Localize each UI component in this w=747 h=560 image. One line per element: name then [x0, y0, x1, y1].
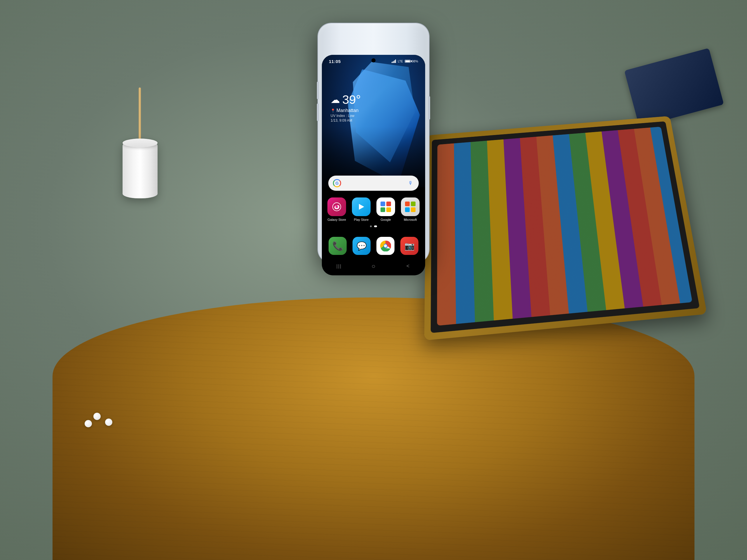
- front-camera: [371, 58, 376, 62]
- phone-screen: 11:05 LTE 98% ☁ 39°: [322, 55, 425, 275]
- google-grid: [381, 202, 391, 212]
- google-app[interactable]: Google: [377, 197, 395, 221]
- backgammon-board: [424, 116, 707, 340]
- microsoft-app[interactable]: Microsoft: [401, 197, 420, 221]
- microsoft-label: Microsoft: [404, 218, 417, 221]
- phone-app-icon[interactable]: 📞: [329, 237, 347, 255]
- microsoft-icon[interactable]: [401, 197, 420, 216]
- google-icon[interactable]: [377, 197, 395, 216]
- svg-point-5: [384, 244, 387, 247]
- wooden-table: [53, 297, 694, 560]
- phone-body: 11:05 LTE 98% ☁ 39°: [318, 23, 429, 263]
- google-red: [386, 202, 391, 206]
- google-label: Google: [381, 218, 391, 221]
- lamp-base: [123, 140, 158, 198]
- galaxy-store-icon[interactable]: [327, 197, 346, 216]
- signal-icon: [392, 59, 396, 63]
- galaxy-store-label: Galaxy Store: [327, 218, 346, 221]
- recents-button[interactable]: |||: [332, 262, 346, 271]
- camera-app[interactable]: 📷: [400, 237, 418, 255]
- lamp-top: [123, 138, 158, 147]
- weather-widget: ☁ 39° 📍 Manhattan UV Index : Low 1/13, 9…: [331, 93, 361, 123]
- ms-green: [411, 202, 415, 206]
- app-row: Galaxy Store Play Store: [327, 197, 420, 221]
- galaxy-store-app[interactable]: Galaxy Store: [327, 197, 346, 221]
- weather-location: 📍 Manhattan: [331, 108, 361, 113]
- volume-up-button[interactable]: [317, 82, 319, 99]
- board-inner: [431, 121, 700, 333]
- battery-icon: [405, 60, 411, 63]
- status-time: 11:05: [329, 59, 341, 64]
- page-indicators: [370, 225, 377, 227]
- volume-down-button[interactable]: [317, 104, 319, 121]
- svg-marker-2: [359, 204, 364, 210]
- navigation-bar: ||| ○ <: [322, 259, 425, 275]
- battery-fill: [405, 60, 410, 62]
- weather-uv: UV Index : Low: [331, 114, 361, 118]
- voice-search-icon[interactable]: 🎙: [407, 180, 414, 187]
- status-icons: LTE 98%: [392, 59, 418, 63]
- google-search-bar[interactable]: G 🎙: [328, 176, 419, 191]
- google-g-logo: G: [333, 179, 341, 187]
- messages-app-icon[interactable]: 💬: [353, 237, 370, 255]
- earbud-case: [85, 420, 92, 427]
- weather-temperature: 39°: [342, 93, 361, 107]
- svg-point-1: [336, 206, 338, 208]
- weather-icon: ☁: [331, 94, 340, 105]
- ms-blue: [405, 207, 410, 212]
- chrome-app[interactable]: [377, 237, 394, 255]
- ms-red: [405, 202, 410, 206]
- google-green: [381, 207, 385, 212]
- lamp-stick: [138, 87, 141, 146]
- microsoft-grid: [405, 202, 415, 212]
- messages-app[interactable]: 💬: [353, 237, 370, 255]
- page-dot-1: [370, 225, 372, 227]
- chrome-app-icon[interactable]: [377, 237, 394, 255]
- board-strips: [437, 127, 692, 325]
- home-button[interactable]: ○: [366, 262, 381, 271]
- earbud-right: [105, 419, 112, 426]
- play-store-icon[interactable]: [352, 197, 370, 216]
- phone-app[interactable]: 📞: [329, 237, 347, 255]
- earbud-left: [93, 413, 101, 420]
- back-button[interactable]: <: [401, 262, 415, 271]
- dock-row: 📞 💬: [329, 237, 418, 255]
- camera-app-icon[interactable]: 📷: [400, 237, 418, 255]
- power-button[interactable]: [428, 96, 430, 119]
- ms-yellow: [411, 207, 415, 212]
- play-store-app[interactable]: Play Store: [352, 197, 370, 221]
- play-store-label: Play Store: [354, 218, 369, 221]
- weather-datetime: 1/13, 9:09 AM: [331, 118, 361, 123]
- google-yellow: [386, 207, 391, 212]
- battery-percent: 98%: [412, 59, 418, 63]
- google-blue: [381, 202, 385, 206]
- weather-temp-display: ☁ 39°: [331, 93, 361, 107]
- page-dot-2: [374, 225, 377, 227]
- lte-indicator: LTE: [398, 60, 403, 63]
